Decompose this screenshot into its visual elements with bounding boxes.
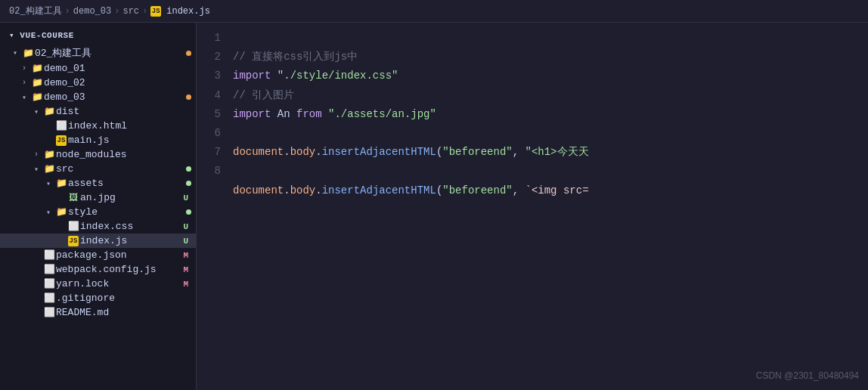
item-name-gitignore: .gitignore — [56, 292, 196, 304]
tree-item-indexcss[interactable]: ⬜ index.css U — [0, 219, 196, 234]
item-name-demo02: demo_02 — [44, 77, 196, 88]
git-icon: ⬜ — [42, 292, 56, 304]
tree-item-demo02[interactable]: › 📁 demo_02 — [0, 76, 196, 90]
arrow-src: ▾ — [30, 165, 42, 174]
item-name-02: 02_构建工具 — [35, 46, 186, 60]
file-icon-js-breadcrumb: JS — [150, 6, 161, 17]
dot-demo03 — [186, 94, 191, 100]
arrow-assets: ▾ — [42, 179, 54, 188]
item-name-readmemd: README.md — [56, 307, 196, 318]
item-name-anjpg: an.jpg — [80, 192, 180, 203]
item-name-indexhtml: index.html — [68, 120, 196, 132]
tree-item-yarnlock[interactable]: ⬜ yarn.lock M — [0, 277, 196, 291]
tree-item-dist[interactable]: ▾ 📁 dist — [0, 104, 196, 119]
breadcrumb-sep-3: › — [142, 6, 147, 17]
badge-indexcss: U — [180, 222, 191, 231]
html-icon: ⬜ — [54, 120, 68, 132]
folder-icon-dist: 📁 — [42, 106, 56, 117]
breadcrumb-sep-1: › — [65, 6, 70, 17]
tree-item-packagejson[interactable]: ⬜ package.json M — [0, 248, 196, 262]
breadcrumb-filename: index.js — [166, 6, 210, 17]
folder-icon-demo02: 📁 — [30, 77, 44, 88]
item-name-indexcss: index.css — [80, 221, 180, 232]
dot-assets — [186, 181, 191, 186]
item-name-nodemodules: node_modules — [56, 149, 196, 160]
badge-packagejson: M — [180, 251, 191, 260]
tree-item-webpackconfig[interactable]: ⬜ webpack.config.js M — [0, 262, 196, 277]
yarn-icon: ⬜ — [42, 278, 56, 289]
src-folder-icon: 📁 — [42, 163, 56, 175]
breadcrumb-bar: 02_构建工具 › demo_03 › src › JS index.js — [0, 0, 868, 23]
item-name-yarnlock: yarn.lock — [56, 278, 180, 289]
badge-indexjs: U — [180, 237, 191, 246]
assets-folder-icon: 📁 — [54, 178, 68, 189]
item-name-demo03: demo_03 — [44, 91, 186, 103]
breadcrumb-demo03[interactable]: demo_03 — [73, 6, 111, 17]
folder-icon-nodemodules: 📁 — [42, 149, 56, 160]
mainjs-icon: JS — [54, 135, 68, 146]
item-name-assets: assets — [68, 178, 186, 189]
folder-icon-02: 📁 — [21, 48, 35, 59]
dot-src — [186, 166, 191, 172]
item-name-packagejson: package.json — [56, 249, 180, 261]
style-folder-icon: 📁 — [54, 206, 68, 218]
tree-item-assets[interactable]: ▾ 📁 assets — [0, 176, 196, 190]
tree-item-indexjs[interactable]: JS index.js U — [0, 234, 196, 248]
badge-webpackconfig: M — [180, 265, 191, 274]
sidebar-title: ▾ VUE-COURSE — [0, 26, 196, 45]
code-content[interactable]: // 直接将css引入到js中 import "./style/index.cs… — [233, 29, 868, 384]
packagejson-icon: ⬜ — [42, 249, 56, 261]
css-icon: ⬜ — [67, 221, 80, 232]
tree-item-demo01[interactable]: › 📁 demo_01 — [0, 61, 196, 76]
arrow-02: ▾ — [9, 48, 21, 57]
breadcrumb-02[interactable]: 02_构建工具 — [9, 5, 62, 17]
arrow-demo03: ▾ — [18, 93, 30, 102]
tree-item-indexhtml[interactable]: ⬜ index.html — [0, 119, 196, 133]
item-name-style: style — [68, 206, 186, 218]
tree-item-style[interactable]: ▾ 📁 style — [0, 205, 196, 219]
breadcrumb-sep-2: › — [114, 6, 119, 17]
arrow-demo02: › — [18, 79, 30, 87]
badge-yarnlock: M — [180, 280, 191, 289]
arrow-style: ▾ — [42, 208, 54, 217]
webpack-icon: ⬜ — [42, 264, 56, 275]
folder-icon-demo03: 📁 — [30, 91, 44, 103]
watermark: CSDN @2301_80480494 — [756, 370, 859, 381]
sidebar: ▾ VUE-COURSE ▾ 📁 02_构建工具 › 📁 demo_01 › 📁… — [0, 23, 197, 390]
arrow-dist: ▾ — [30, 107, 42, 116]
item-name-mainjs: main.js — [68, 135, 196, 146]
badge-anjpg: U — [180, 193, 191, 203]
tree-item-02[interactable]: ▾ 📁 02_构建工具 — [0, 45, 196, 61]
item-name-webpackconfig: webpack.config.js — [56, 264, 180, 275]
tree-item-nodemodules[interactable]: › 📁 node_modules — [0, 147, 196, 162]
code-area: 1 2 3 4 5 6 7 8 // 直接将css引入到js中 import "… — [197, 23, 868, 390]
breadcrumb-src[interactable]: src — [122, 6, 139, 17]
item-name-dist: dist — [56, 106, 196, 117]
tree-item-src[interactable]: ▾ 📁 src — [0, 162, 196, 176]
tree-item-mainjs[interactable]: JS main.js — [0, 133, 196, 147]
dot-02 — [186, 51, 191, 56]
tree-item-readmemd[interactable]: ⬜ README.md — [0, 305, 196, 320]
tree-item-gitignore[interactable]: ⬜ .gitignore — [0, 291, 196, 305]
main-layout: ▾ VUE-COURSE ▾ 📁 02_构建工具 › 📁 demo_01 › 📁… — [0, 23, 868, 390]
tree-item-demo03[interactable]: ▾ 📁 demo_03 — [0, 90, 196, 104]
indexjs-icon: JS — [67, 235, 80, 246]
item-name-demo01: demo_01 — [44, 63, 196, 74]
readme-icon: ⬜ — [42, 307, 56, 318]
item-name-indexjs: index.js — [80, 235, 180, 246]
dot-style — [186, 209, 191, 215]
jpg-icon: 🖼 — [67, 192, 80, 203]
folder-icon-demo01: 📁 — [30, 63, 44, 74]
line-numbers: 1 2 3 4 5 6 7 8 — [197, 29, 233, 384]
tree-item-anjpg[interactable]: 🖼 an.jpg U — [0, 190, 196, 205]
arrow-demo01: › — [18, 64, 30, 73]
arrow-nodemodules: › — [30, 150, 42, 159]
editor: 1 2 3 4 5 6 7 8 // 直接将css引入到js中 import "… — [197, 23, 868, 390]
item-name-src: src — [56, 163, 186, 175]
